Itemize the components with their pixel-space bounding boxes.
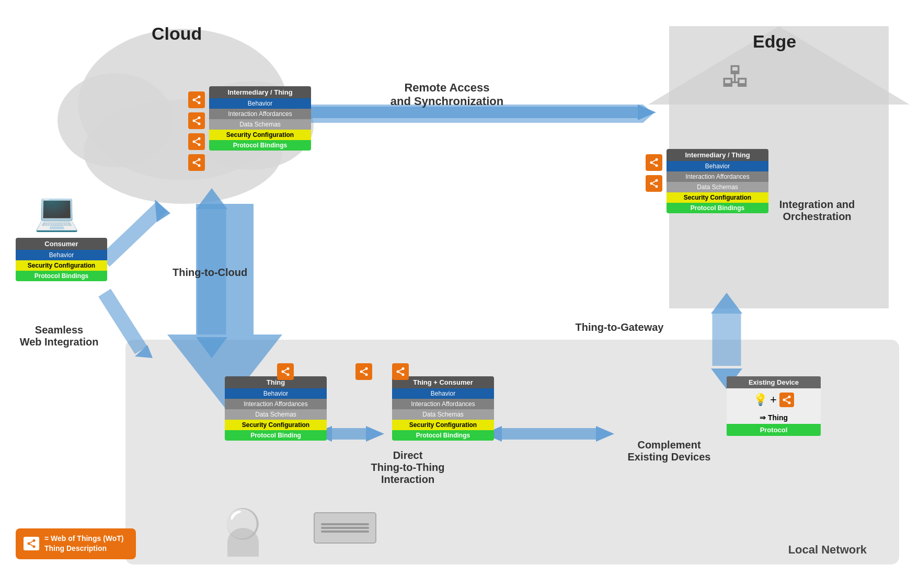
- svg-point-38: [198, 164, 201, 167]
- consumer-cloud-arrow: [105, 206, 162, 261]
- svg-marker-9: [638, 105, 656, 120]
- svg-point-1: [58, 73, 173, 167]
- svg-marker-19: [596, 426, 614, 442]
- svg-line-65: [362, 369, 365, 371]
- consumer-td-behavior: Behavior: [16, 250, 107, 260]
- svg-point-48: [656, 185, 658, 188]
- existing-device-protocol: Protocol: [727, 424, 821, 436]
- thing-consumer-interaction: Interaction Affordances: [392, 399, 494, 409]
- svg-point-63: [365, 373, 368, 376]
- thing-consumer-security: Security Configuration: [392, 420, 494, 430]
- edge-label: Edge: [753, 31, 796, 52]
- svg-line-39: [195, 163, 198, 165]
- cloud-td-schemas: Data Schemas: [209, 119, 311, 130]
- existing-device-wot-icon: [779, 393, 794, 407]
- thing-consumer-behavior: Behavior: [392, 388, 494, 399]
- router-icon: 🖧: [721, 60, 750, 94]
- svg-point-72: [28, 543, 30, 545]
- consumer-local-arrow: [105, 293, 141, 350]
- svg-point-46: [656, 179, 658, 182]
- plus-sign: +: [770, 393, 777, 407]
- svg-line-24: [195, 100, 198, 102]
- edge-td-security: Security Configuration: [667, 192, 768, 203]
- cloud-wot-icon-4: [188, 154, 205, 171]
- consumer-td-box: Consumer Behavior Security Configuration…: [16, 238, 107, 281]
- existing-device-arrow: ⇒ Thing: [727, 411, 821, 424]
- svg-line-30: [195, 118, 198, 120]
- edge-td-interaction: Interaction Affordances: [667, 171, 768, 182]
- thing-local-behavior: Behavior: [225, 388, 327, 399]
- thing-local-interaction: Interaction Affordances: [225, 399, 327, 409]
- thing-to-cloud-label: Thing-to-Cloud: [173, 267, 247, 279]
- edge-td-behavior: Behavior: [667, 161, 768, 171]
- svg-marker-17: [366, 426, 384, 442]
- remote-access-label: Remote Accessand Synchronization: [382, 81, 512, 108]
- svg-point-41: [656, 158, 658, 161]
- bulb-icon: 💡: [753, 393, 767, 407]
- svg-line-54: [284, 372, 287, 374]
- svg-point-28: [198, 122, 201, 125]
- thing-consumer-schemas: Data Schemas: [392, 409, 494, 420]
- svg-point-33: [198, 143, 201, 146]
- svg-line-60: [399, 369, 402, 371]
- svg-line-49: [652, 184, 656, 186]
- svg-point-58: [402, 373, 405, 376]
- svg-line-40: [195, 160, 198, 162]
- edge-wot-icon-2: [646, 175, 662, 192]
- existing-device-box: Existing Device 💡 + ⇒ Thing Protocol: [727, 376, 821, 436]
- thing-local-header: Thing: [225, 376, 327, 388]
- svg-line-75: [30, 541, 33, 543]
- svg-point-56: [402, 367, 405, 370]
- seamless-label: SeamlessWeb Integration: [15, 324, 104, 348]
- edge-td-schemas: Data Schemas: [667, 182, 768, 192]
- edge-td-header: Intermediary / Thing: [667, 149, 768, 161]
- svg-point-22: [193, 99, 196, 101]
- thing-consumer-td-box: Thing + Consumer Behavior Interaction Af…: [392, 376, 494, 441]
- svg-line-44: [652, 163, 656, 165]
- cloud-td-security: Security Configuration: [209, 130, 311, 140]
- main-diagram: Cloud Edge Remote Accessand Synchronizat…: [0, 0, 919, 588]
- svg-line-70: [785, 397, 788, 399]
- thing-consumer-protocol: Protocol Bindings: [392, 430, 494, 441]
- svg-point-43: [656, 164, 658, 167]
- svg-point-23: [198, 101, 201, 104]
- svg-point-36: [198, 158, 201, 161]
- thing-local-wot-icon: [277, 363, 294, 380]
- svg-point-52: [282, 371, 284, 373]
- svg-point-32: [193, 141, 196, 143]
- legend-wot-icon: [24, 537, 39, 550]
- svg-point-26: [198, 117, 201, 119]
- ac-unit-icon: [314, 512, 376, 544]
- svg-point-21: [198, 96, 201, 98]
- cloud-td-box: Intermediary / Thing Behavior Interactio…: [209, 86, 311, 151]
- svg-point-31: [198, 137, 201, 140]
- svg-marker-12: [196, 337, 227, 358]
- cloud-wot-icon-1: [188, 91, 205, 108]
- consumer-td-protocol: Protocol Bindings: [16, 271, 107, 281]
- svg-line-34: [195, 142, 198, 144]
- svg-point-68: [788, 401, 790, 404]
- existing-device-content: 💡 +: [727, 388, 821, 411]
- svg-line-50: [652, 181, 656, 182]
- svg-point-57: [397, 371, 399, 373]
- svg-point-73: [33, 546, 36, 548]
- consumer-td-security: Security Configuration: [16, 260, 107, 271]
- edge-td-box: Intermediary / Thing Behavior Interactio…: [667, 149, 768, 213]
- integration-label: Integration andOrchestration: [765, 199, 869, 223]
- thing-local-schemas: Data Schemas: [225, 409, 327, 420]
- svg-point-67: [783, 399, 785, 401]
- svg-point-53: [287, 373, 290, 376]
- cloud-td-header: Intermediary / Thing: [209, 86, 311, 98]
- svg-point-42: [650, 162, 653, 164]
- svg-line-45: [652, 160, 656, 162]
- svg-point-71: [33, 539, 36, 542]
- existing-device-header: Existing Device: [727, 376, 821, 388]
- svg-point-62: [360, 371, 363, 373]
- cloud-td-behavior: Behavior: [209, 98, 311, 109]
- thing-consumer-wot-icon-2: [355, 363, 372, 380]
- edge-td-protocol: Protocol Bindings: [667, 203, 768, 213]
- complement-label: ComplementExisting Devices: [614, 439, 724, 463]
- thing-local-protocol: Protocol Binding: [225, 430, 327, 441]
- laptop-icon: 💻: [34, 193, 79, 230]
- svg-point-37: [193, 162, 196, 164]
